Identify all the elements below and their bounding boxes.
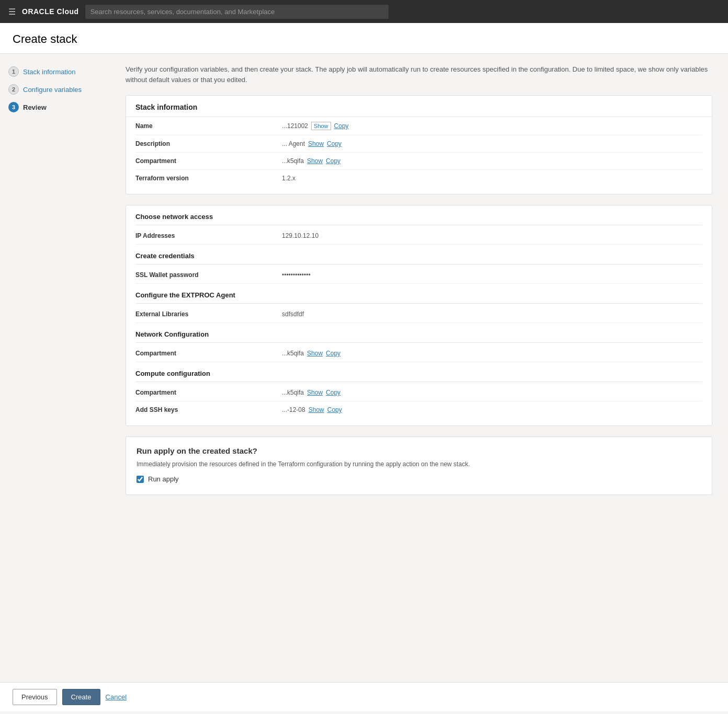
sidebar-step-1[interactable]: 1 Stack information [8,66,107,77]
step-number-2: 2 [8,84,19,95]
field-row-terraform: Terraform version 1.2.x [135,170,702,187]
field-label-ip: IP Addresses [135,232,282,239]
section-title-network-config: Network Configuration [135,323,702,342]
sidebar-item-review: Review [23,103,47,111]
section-title-extproc: Configure the EXTPROC Agent [135,284,702,303]
field-label-compute-compartment: Compartment [135,389,282,396]
name-show-button[interactable]: Show [311,122,331,130]
stack-information-title: Stack information [126,96,712,117]
content-area: Verify your configuration variables, and… [115,54,728,682]
previous-button[interactable]: Previous [13,689,57,705]
sidebar-step-2[interactable]: 2 Configure variables [8,84,107,95]
field-value-ssl: ••••••••••••• [282,271,311,279]
run-apply-label: Run apply [148,475,179,483]
variables-card: Choose network access IP Addresses 129.1… [126,205,712,426]
run-apply-checkbox[interactable] [136,476,144,483]
intro-text: Verify your configuration variables, and… [126,64,712,85]
sidebar-item-configure-variables[interactable]: Configure variables [23,86,82,94]
field-label-net-compartment: Compartment [135,350,282,357]
ssh-copy-button[interactable]: Copy [327,406,342,413]
sidebar: 1 Stack information 2 Configure variable… [0,54,115,682]
logo: ORACLE Cloud [22,7,79,16]
net-compartment-show-button[interactable]: Show [307,350,323,357]
section-title-compute: Compute configuration [135,362,702,382]
field-row-ssh-keys: Add SSH keys ...-12-08 Show Copy [135,401,702,418]
field-label-compartment: Compartment [135,157,282,165]
field-row-compute-compartment: Compartment ...k5qifa Show Copy [135,384,702,401]
field-value-terraform: 1.2.x [282,175,295,182]
ssh-show-button[interactable]: Show [309,406,324,413]
field-label-description: Description [135,140,282,147]
field-value-name: ...121002 Show Copy [282,122,349,130]
net-compartment-value: ...k5qifa [282,350,304,357]
name-value: ...121002 [282,122,308,130]
section-title-network-access: Choose network access [135,205,702,225]
run-apply-card: Run apply on the created stack? Immediat… [126,436,712,495]
step-number-3: 3 [8,102,19,112]
field-row-external-libraries: External Libraries sdfsdfdf [135,306,702,323]
description-show-button[interactable]: Show [308,140,324,147]
variables-card-body: Choose network access IP Addresses 129.1… [126,205,712,425]
description-copy-button[interactable]: Copy [327,140,342,147]
field-value-description: ... Agent Show Copy [282,140,342,147]
sidebar-step-3: 3 Review [8,102,107,112]
field-label-ssl: SSL Wallet password [135,271,282,279]
step-number-1: 1 [8,66,19,77]
field-row-net-compartment: Compartment ...k5qifa Show Copy [135,345,702,362]
compartment-copy-button[interactable]: Copy [326,157,340,165]
field-row-name: Name ...121002 Show Copy [135,117,702,135]
compute-compartment-value: ...k5qifa [282,389,304,396]
field-value-ext-libs: sdfsdfdf [282,310,304,318]
ext-libs-value: sdfsdfdf [282,310,304,318]
page-title: Create stack [13,32,715,46]
field-row-compartment: Compartment ...k5qifa Show Copy [135,153,702,170]
field-label-ext-libs: External Libraries [135,310,282,318]
compute-compartment-show-button[interactable]: Show [307,389,323,396]
cancel-button[interactable]: Cancel [106,693,127,701]
name-copy-button[interactable]: Copy [334,122,349,130]
ssl-value: ••••••••••••• [282,271,311,279]
page-header: Create stack [0,23,728,54]
topnav: ☰ ORACLE Cloud [0,0,728,23]
compartment-show-button[interactable]: Show [307,157,323,165]
stack-information-card: Stack information Name ...121002 Show Co… [126,95,712,194]
stack-information-body: Name ...121002 Show Copy Description ...… [126,117,712,194]
compartment-value: ...k5qifa [282,157,304,165]
field-value-net-compartment: ...k5qifa Show Copy [282,350,340,357]
net-compartment-copy-button[interactable]: Copy [326,350,340,357]
field-value-ssh: ...-12-08 Show Copy [282,406,342,413]
field-row-description: Description ... Agent Show Copy [135,135,702,153]
sidebar-item-stack-information[interactable]: Stack information [23,68,75,76]
footer: Previous Create Cancel [0,682,728,711]
search-input[interactable] [85,5,389,19]
ip-value: 129.10.12.10 [282,232,318,239]
section-title-credentials: Create credentials [135,245,702,264]
field-row-ssl: SSL Wallet password ••••••••••••• [135,267,702,284]
create-button[interactable]: Create [62,689,100,705]
field-row-ip-addresses: IP Addresses 129.10.12.10 [135,227,702,245]
run-apply-desc: Immediately provision the resources defi… [136,460,701,468]
description-value: ... Agent [282,140,305,147]
ssh-value: ...-12-08 [282,406,305,413]
field-value-ip: 129.10.12.10 [282,232,318,239]
field-label-ssh: Add SSH keys [135,406,282,413]
main-layout: 1 Stack information 2 Configure variable… [0,54,728,682]
run-apply-checkbox-row: Run apply [136,475,701,483]
terraform-value: 1.2.x [282,175,295,182]
field-value-compartment: ...k5qifa Show Copy [282,157,340,165]
menu-icon[interactable]: ☰ [8,7,16,17]
field-label-terraform: Terraform version [135,175,282,182]
compute-compartment-copy-button[interactable]: Copy [326,389,340,396]
run-apply-title: Run apply on the created stack? [136,446,701,455]
field-label-name: Name [135,122,282,130]
field-value-compute-compartment: ...k5qifa Show Copy [282,389,340,396]
